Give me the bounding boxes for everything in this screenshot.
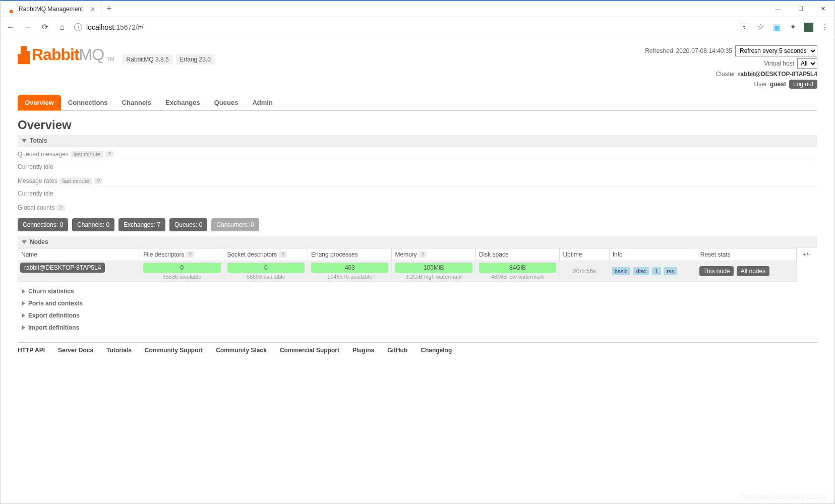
forward-button[interactable]: → [23,22,33,32]
section-totals-header[interactable]: Totals [18,135,817,147]
col-disk[interactable]: Disk space [475,248,559,261]
col-info[interactable]: Info [609,248,697,261]
nav-queues[interactable]: Queues [207,95,246,110]
refresh-interval-select[interactable]: Refresh every 5 seconds [735,45,817,56]
reload-button[interactable]: ⟳ [40,22,50,32]
col-uptime[interactable]: Uptime [560,248,609,261]
reset-this-node-button[interactable]: This node [699,266,734,276]
footer-tutorials[interactable]: Tutorials [106,347,132,354]
browser-toolbar: ← → ⟳ ⌂ i localhost:15672/#/ ⚿ ☆ ▣ ✦ ⋮ [1,17,834,37]
footer-github[interactable]: GitHub [387,347,407,354]
exchanges-count-button[interactable]: Exchanges: 7 [118,218,165,231]
col-sd[interactable]: Socket descriptors ? [224,248,308,261]
new-tab-button[interactable]: + [101,2,117,16]
help-icon[interactable]: ? [94,178,102,184]
reset-all-nodes-button[interactable]: All nodes [737,266,769,276]
site-info-icon[interactable]: i [74,23,82,31]
memory-watermark: 3.2GiB high watermark [394,273,473,280]
maximize-button[interactable]: ☐ [789,1,812,17]
user-label: User [754,81,767,88]
bookmark-star-icon[interactable]: ☆ [756,23,765,32]
user-name: guest [770,81,786,88]
rabbit-icon [18,46,30,64]
consumers-count-button[interactable]: Consumers: 0 [211,218,259,231]
help-icon[interactable]: ? [186,251,194,258]
section-import-header[interactable]: Import definitions [18,321,817,333]
queued-messages-label: Queued messages [18,151,69,158]
logout-button[interactable]: Log out [789,80,817,89]
info-tag-1[interactable]: 1 [652,267,661,275]
queued-messages-timespan[interactable]: last minute [71,151,103,158]
section-nodes-label: Nodes [30,238,48,245]
connections-count-button[interactable]: Connections: 0 [18,218,68,231]
home-button[interactable]: ⌂ [57,22,67,32]
refreshed-label: Refreshed [645,47,673,54]
col-memory[interactable]: Memory ? [392,248,475,261]
watermark-text: https://blog.csdn.net/M1234uy [740,493,827,500]
help-icon[interactable]: ? [105,151,113,157]
profile-avatar[interactable] [804,23,813,32]
logo-text: RabbitMQ [32,45,104,64]
col-name[interactable]: Name [18,248,140,261]
footer-links: HTTP API Server Docs Tutorials Community… [18,342,817,354]
tab-close-icon[interactable]: × [91,5,95,13]
cluster-name: rabbit@DESKTOP-8TAP5L4 [738,71,817,78]
extensions-puzzle-icon[interactable]: ✦ [788,23,797,32]
info-tag-disc[interactable]: disc [633,267,649,275]
browser-titlebar: RabbitMQ Management × + — ☐ ✕ [1,1,834,17]
node-name-link[interactable]: rabbit@DESKTOP-8TAP5L4 [20,263,105,273]
help-icon[interactable]: ? [419,251,427,258]
section-ports-header[interactable]: Ports and contexts [18,297,817,309]
vhost-select[interactable]: All [797,58,817,69]
nav-exchanges[interactable]: Exchanges [158,95,207,110]
section-totals-label: Totals [30,137,47,144]
fd-available: 65536 available [142,273,221,280]
browser-tab[interactable]: RabbitMQ Management × [1,1,101,17]
nav-admin[interactable]: Admin [245,95,279,110]
sd-available: 58893 available [226,273,306,280]
footer-community-slack[interactable]: Community Slack [216,347,267,354]
section-nodes-header[interactable]: Nodes [18,236,817,248]
queues-count-button[interactable]: Queues: 0 [169,218,207,231]
info-tag-basic[interactable]: basic [612,267,631,275]
disk-value: 84GiB [479,263,556,273]
key-icon[interactable]: ⚿ [740,23,749,32]
extension-icon[interactable]: ▣ [772,23,781,32]
help-icon[interactable]: ? [279,251,287,258]
info-tag-rss[interactable]: rss [664,267,677,275]
footer-plugins[interactable]: Plugins [352,347,374,354]
col-erlang[interactable]: Erlang processes [308,248,392,261]
address-bar[interactable]: i localhost:15672/#/ [74,23,733,31]
minimize-button[interactable]: — [766,1,789,17]
erlang-value: 463 [311,263,388,273]
footer-commercial-support[interactable]: Commercial Support [280,347,339,354]
col-plus-minus[interactable]: +/- [796,248,817,261]
col-fd[interactable]: File descriptors ? [140,248,224,261]
footer-server-docs[interactable]: Server Docs [58,347,93,354]
col-reset[interactable]: Reset stats [697,248,796,261]
chevron-down-icon [22,240,27,244]
table-row: rabbit@DESKTOP-8TAP5L4 065536 available … [18,261,817,282]
section-churn-header[interactable]: Churn statistics [18,285,817,297]
nav-overview[interactable]: Overview [18,95,61,110]
close-window-button[interactable]: ✕ [812,1,834,17]
channels-count-button[interactable]: Channels: 0 [72,218,114,231]
footer-community-support[interactable]: Community Support [145,347,203,354]
browser-menu-icon[interactable]: ⋮ [820,23,829,32]
disk-watermark: 48MiB low watermark [478,273,557,280]
footer-http-api[interactable]: HTTP API [18,347,45,354]
cluster-label: Cluster [716,71,735,78]
sd-value: 0 [227,263,305,273]
back-button[interactable]: ← [6,22,16,32]
message-rates-timespan[interactable]: last minute [59,177,92,184]
nav-channels[interactable]: Channels [115,95,159,110]
rabbitmq-favicon [7,5,15,13]
nav-connections[interactable]: Connections [61,95,115,110]
footer-changelog[interactable]: Changelog [421,347,452,354]
message-rates-idle: Currently idle [18,187,817,200]
help-icon[interactable]: ? [56,205,65,211]
rabbitmq-logo[interactable]: RabbitMQ TM [18,45,114,64]
url-text: localhost:15672/#/ [86,23,144,31]
global-counts-label: Global counts [18,204,54,211]
section-export-header[interactable]: Export definitions [18,309,817,321]
